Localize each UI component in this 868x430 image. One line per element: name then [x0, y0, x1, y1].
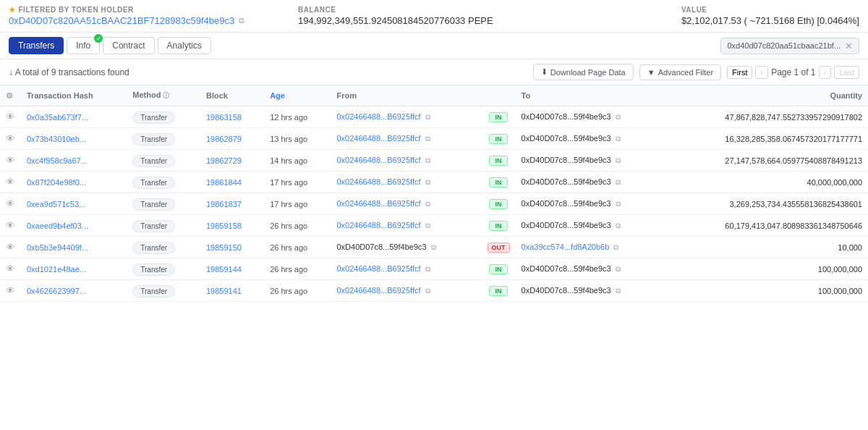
- tx-hash-link[interactable]: 0x4626623997...: [27, 287, 86, 295]
- copy-to-icon[interactable]: ⧉: [616, 265, 621, 273]
- value-label: VALUE: [681, 6, 859, 14]
- row-block: 19859144: [200, 258, 264, 280]
- to-address-link[interactable]: 0xa39cc574...fd8A20b6b: [522, 243, 610, 251]
- tx-hash-link[interactable]: 0xd1021e48ae...: [27, 265, 86, 274]
- eye-icon[interactable]: 👁: [6, 264, 15, 274]
- copy-from-icon[interactable]: ⧉: [425, 113, 430, 121]
- block-link[interactable]: 19862879: [206, 135, 242, 143]
- col-age: Age: [264, 85, 331, 106]
- row-from: 0x02466488...B6925ffcf ⧉: [331, 106, 481, 128]
- tx-hash-link[interactable]: 0x73b43010eb...: [27, 135, 86, 143]
- copy-from-icon[interactable]: ⧉: [425, 156, 430, 164]
- prev-page-button[interactable]: ‹: [755, 66, 768, 79]
- copy-to-icon[interactable]: ⧉: [616, 178, 621, 186]
- tx-hash-link[interactable]: 0x87f204e98f0...: [27, 178, 86, 187]
- row-tx-hash: 0xc4f958c9a67...: [21, 150, 127, 172]
- from-address-link[interactable]: 0x02466488...B6925ffcf: [336, 286, 420, 295]
- block-link[interactable]: 19861844: [206, 178, 242, 187]
- to-address-text: 0xD40D07c8...59f4be9c3: [522, 112, 611, 121]
- tab-transfers[interactable]: Transfers: [9, 37, 64, 54]
- from-address-link[interactable]: 0x02466488...B6925ffcf: [336, 177, 420, 186]
- method-badge: Transfer: [132, 264, 175, 276]
- block-link[interactable]: 19862729: [206, 156, 242, 165]
- block-link[interactable]: 19859144: [206, 265, 242, 274]
- row-age: 26 hrs ago: [264, 237, 331, 258]
- eye-icon[interactable]: 👁: [6, 133, 15, 144]
- row-from: 0x02466488...B6925ffcf ⧉: [331, 280, 481, 302]
- row-from: 0x02466488...B6925ffcf ⧉: [331, 193, 481, 215]
- copy-from-icon[interactable]: ⧉: [431, 243, 436, 251]
- row-quantity: 3,269,253,734.435558136825438601: [666, 193, 868, 215]
- eye-icon[interactable]: 👁: [6, 111, 15, 122]
- row-to: 0xD40D07c8...59f4be9c3 ⧉: [516, 172, 666, 193]
- eye-icon[interactable]: 👁: [6, 220, 15, 231]
- copy-to-icon[interactable]: ⧉: [613, 243, 618, 251]
- copy-from-icon[interactable]: ⧉: [425, 178, 430, 186]
- row-direction: OUT: [482, 237, 516, 258]
- filter-tag-text: 0xd40d07c820aa51cbaac21bf...: [727, 41, 841, 50]
- to-address-text: 0xD40D07c8...59f4be9c3: [522, 156, 611, 164]
- last-page-button[interactable]: Last: [834, 66, 859, 79]
- eye-icon[interactable]: 👁: [6, 155, 15, 166]
- tab-info[interactable]: Info ✓: [67, 37, 100, 54]
- copy-to-icon[interactable]: ⧉: [616, 287, 621, 295]
- tab-contract[interactable]: Contract: [103, 37, 154, 54]
- filter-address-link[interactable]: 0xD40D07c820AA51cBAAC21BF7128983c59f4be9…: [9, 15, 234, 26]
- row-from: 0x02466488...B6925ffcf ⧉: [331, 258, 481, 280]
- from-address-link[interactable]: 0x02466488...B6925ffcf: [336, 264, 420, 273]
- eye-icon[interactable]: 👁: [6, 242, 15, 253]
- row-method: Transfer: [127, 172, 200, 193]
- tx-hash-link[interactable]: 0x0a35ab673f7...: [27, 113, 88, 122]
- row-tx-hash: 0x0a35ab673f7...: [21, 106, 127, 128]
- eye-icon[interactable]: 👁: [6, 285, 15, 296]
- tx-hash-link[interactable]: 0xaeed9b4ef03...: [27, 222, 88, 230]
- star-icon: ★: [9, 6, 16, 14]
- block-link[interactable]: 19861837: [206, 200, 242, 208]
- settings-icon[interactable]: ⚙: [6, 91, 13, 100]
- direction-badge: IN: [489, 286, 508, 296]
- copy-from-icon[interactable]: ⧉: [425, 287, 430, 295]
- copy-from-icon[interactable]: ⧉: [425, 135, 430, 143]
- row-quantity: 16,328,285,358.067457320177177771: [666, 128, 868, 150]
- from-address-link[interactable]: 0x02466488...B6925ffcf: [336, 112, 420, 121]
- block-link[interactable]: 19859158: [206, 222, 242, 230]
- tx-hash-link[interactable]: 0xea9d571c53...: [27, 200, 85, 208]
- tx-hash-link[interactable]: 0xb5b3e94409f...: [27, 243, 88, 252]
- tx-hash-link[interactable]: 0xc4f958c9a67...: [27, 156, 88, 165]
- row-direction: IN: [482, 215, 516, 237]
- next-page-button[interactable]: ›: [819, 66, 832, 79]
- from-address-link[interactable]: 0x02466488...B6925ffcf: [336, 199, 420, 208]
- copy-from-icon[interactable]: ⧉: [425, 222, 430, 229]
- close-filter-button[interactable]: ✕: [845, 41, 853, 51]
- first-page-button[interactable]: First: [727, 66, 752, 79]
- download-button[interactable]: ⬇ Download Page Data: [533, 64, 634, 80]
- direction-badge: IN: [489, 134, 508, 144]
- tab-analytics[interactable]: Analytics: [158, 37, 211, 54]
- row-to: 0xD40D07c8...59f4be9c3 ⧉: [516, 150, 666, 172]
- copy-from-icon[interactable]: ⧉: [425, 200, 430, 208]
- copy-to-icon[interactable]: ⧉: [616, 156, 621, 164]
- row-to: 0xD40D07c8...59f4be9c3 ⧉: [516, 128, 666, 150]
- copy-to-icon[interactable]: ⧉: [616, 113, 621, 121]
- copy-from-icon[interactable]: ⧉: [425, 265, 430, 273]
- from-address-link[interactable]: 0x02466488...B6925ffcf: [336, 221, 420, 229]
- block-link[interactable]: 19859141: [206, 287, 242, 295]
- row-eye-cell: 👁: [0, 128, 21, 150]
- eye-icon[interactable]: 👁: [6, 198, 15, 209]
- eye-icon[interactable]: 👁: [6, 177, 15, 187]
- to-address-text: 0xD40D07c8...59f4be9c3: [522, 199, 611, 208]
- copy-to-icon[interactable]: ⧉: [616, 222, 621, 229]
- direction-badge: IN: [489, 177, 508, 187]
- copy-to-icon[interactable]: ⧉: [616, 135, 621, 143]
- row-to: 0xD40D07c8...59f4be9c3 ⧉: [516, 280, 666, 302]
- row-method: Transfer: [127, 150, 200, 172]
- copy-to-icon[interactable]: ⧉: [616, 200, 621, 208]
- block-link[interactable]: 19863158: [206, 113, 242, 122]
- row-quantity: 27,147,578,664.059775408878491213: [666, 150, 868, 172]
- from-address-link[interactable]: 0x02466488...B6925ffcf: [336, 134, 420, 143]
- block-link[interactable]: 19859150: [206, 243, 242, 252]
- copy-address-icon[interactable]: ⧉: [239, 16, 244, 25]
- from-address-link[interactable]: 0x02466488...B6925ffcf: [336, 156, 420, 164]
- advanced-filter-button[interactable]: ▼ Advanced Filter: [639, 64, 721, 80]
- row-method: Transfer: [127, 237, 200, 258]
